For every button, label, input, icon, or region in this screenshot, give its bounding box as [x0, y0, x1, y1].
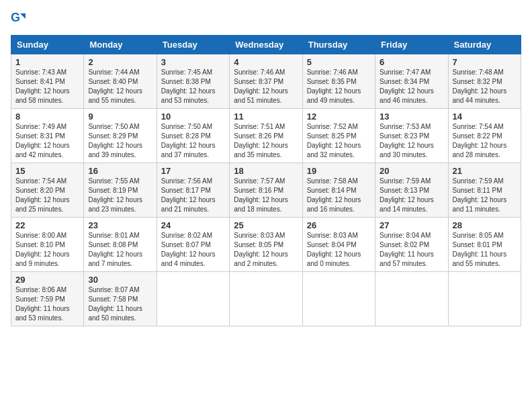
calendar-cell: 22 Sunrise: 8:00 AMSunset: 8:10 PMDaylig…: [11, 218, 84, 272]
day-number: 20: [380, 166, 443, 176]
calendar-cell: 15 Sunrise: 7:54 AMSunset: 8:20 PMDaylig…: [11, 163, 84, 218]
day-info: Sunrise: 7:44 AMSunset: 8:40 PMDaylight:…: [88, 68, 142, 104]
day-info: Sunrise: 7:58 AMSunset: 8:14 PMDaylight:…: [307, 177, 361, 213]
calendar-cell: 1 Sunrise: 7:43 AMSunset: 8:41 PMDayligh…: [11, 54, 84, 109]
day-number: 25: [234, 220, 298, 230]
calendar-cell: 21 Sunrise: 7:59 AMSunset: 8:11 PMDaylig…: [448, 163, 521, 218]
calendar-cell: 30 Sunrise: 8:07 AMSunset: 7:58 PMDaylig…: [84, 272, 157, 326]
calendar-cell: 7 Sunrise: 7:48 AMSunset: 8:32 PMDayligh…: [448, 54, 521, 109]
day-info: Sunrise: 7:48 AMSunset: 8:32 PMDaylight:…: [453, 68, 507, 104]
column-header-sunday: Sunday: [11, 36, 84, 54]
day-info: Sunrise: 8:01 AMSunset: 8:08 PMDaylight:…: [88, 232, 142, 267]
calendar-cell: [302, 272, 375, 326]
calendar-cell: 3 Sunrise: 7:45 AMSunset: 8:38 PMDayligh…: [157, 54, 229, 109]
day-info: Sunrise: 8:03 AMSunset: 8:04 PMDaylight:…: [307, 232, 361, 267]
header: G: [11, 11, 521, 28]
day-info: Sunrise: 7:54 AMSunset: 8:22 PMDaylight:…: [453, 123, 507, 158]
day-number: 17: [161, 166, 225, 176]
day-info: Sunrise: 8:07 AMSunset: 7:58 PMDaylight:…: [88, 286, 142, 322]
calendar-cell: 4 Sunrise: 7:46 AMSunset: 8:37 PMDayligh…: [230, 54, 302, 109]
calendar-cell: 27 Sunrise: 8:04 AMSunset: 8:02 PMDaylig…: [375, 218, 448, 272]
column-header-tuesday: Tuesday: [157, 36, 229, 54]
calendar-cell: 29 Sunrise: 8:06 AMSunset: 7:59 PMDaylig…: [11, 272, 84, 326]
day-info: Sunrise: 7:54 AMSunset: 8:20 PMDaylight:…: [15, 177, 70, 213]
day-number: 7: [453, 57, 517, 67]
calendar-cell: 12 Sunrise: 7:52 AMSunset: 8:25 PMDaylig…: [302, 109, 375, 163]
day-info: Sunrise: 7:50 AMSunset: 8:28 PMDaylight:…: [161, 123, 216, 158]
calendar-cell: 23 Sunrise: 8:01 AMSunset: 8:08 PMDaylig…: [84, 218, 157, 272]
logo: G: [11, 11, 27, 28]
calendar-cell: 25 Sunrise: 8:03 AMSunset: 8:05 PMDaylig…: [230, 218, 302, 272]
day-info: Sunrise: 7:46 AMSunset: 8:35 PMDaylight:…: [307, 68, 361, 104]
svg-text:G: G: [11, 11, 20, 24]
day-number: 27: [380, 220, 443, 230]
day-number: 19: [307, 166, 371, 176]
day-number: 3: [161, 57, 225, 67]
day-info: Sunrise: 8:04 AMSunset: 8:02 PMDaylight:…: [380, 232, 434, 267]
day-number: 8: [15, 111, 79, 122]
day-number: 11: [234, 111, 298, 122]
day-number: 5: [307, 57, 371, 67]
day-info: Sunrise: 8:05 AMSunset: 8:01 PMDaylight:…: [453, 232, 507, 267]
calendar-cell: 5 Sunrise: 7:46 AMSunset: 8:35 PMDayligh…: [302, 54, 375, 109]
day-number: 16: [88, 166, 152, 176]
day-number: 2: [88, 57, 152, 67]
day-number: 28: [453, 220, 517, 230]
day-number: 26: [307, 220, 371, 230]
calendar-cell: [375, 272, 448, 326]
column-header-monday: Monday: [84, 36, 157, 54]
day-info: Sunrise: 7:50 AMSunset: 8:29 PMDaylight:…: [88, 123, 142, 158]
day-info: Sunrise: 8:06 AMSunset: 7:59 PMDaylight:…: [15, 286, 70, 322]
day-number: 9: [88, 111, 152, 122]
day-info: Sunrise: 7:46 AMSunset: 8:37 PMDaylight:…: [234, 68, 288, 104]
week-row-3: 15 Sunrise: 7:54 AMSunset: 8:20 PMDaylig…: [11, 163, 521, 218]
day-number: 24: [161, 220, 225, 230]
calendar-cell: 20 Sunrise: 7:59 AMSunset: 8:13 PMDaylig…: [375, 163, 448, 218]
week-row-2: 8 Sunrise: 7:49 AMSunset: 8:31 PMDayligh…: [11, 109, 521, 163]
logo-block: G: [11, 11, 26, 28]
calendar-cell: 13 Sunrise: 7:53 AMSunset: 8:23 PMDaylig…: [375, 109, 448, 163]
week-row-5: 29 Sunrise: 8:06 AMSunset: 7:59 PMDaylig…: [11, 272, 521, 326]
calendar-cell: 8 Sunrise: 7:49 AMSunset: 8:31 PMDayligh…: [11, 109, 84, 163]
calendar-cell: 18 Sunrise: 7:57 AMSunset: 8:16 PMDaylig…: [230, 163, 302, 218]
calendar-cell: 6 Sunrise: 7:47 AMSunset: 8:34 PMDayligh…: [375, 54, 448, 109]
column-header-wednesday: Wednesday: [230, 36, 302, 54]
calendar-cell: 14 Sunrise: 7:54 AMSunset: 8:22 PMDaylig…: [448, 109, 521, 163]
calendar-header-row: SundayMondayTuesdayWednesdayThursdayFrid…: [11, 36, 521, 54]
column-header-saturday: Saturday: [448, 36, 521, 54]
day-info: Sunrise: 7:59 AMSunset: 8:11 PMDaylight:…: [453, 177, 507, 213]
day-info: Sunrise: 7:57 AMSunset: 8:16 PMDaylight:…: [234, 177, 288, 213]
day-number: 4: [234, 57, 298, 67]
day-info: Sunrise: 7:49 AMSunset: 8:31 PMDaylight:…: [15, 123, 70, 158]
svg-marker-1: [20, 13, 26, 19]
day-info: Sunrise: 7:56 AMSunset: 8:17 PMDaylight:…: [161, 177, 216, 213]
calendar-cell: 2 Sunrise: 7:44 AMSunset: 8:40 PMDayligh…: [84, 54, 157, 109]
day-number: 29: [15, 275, 79, 285]
calendar-cell: 16 Sunrise: 7:55 AMSunset: 8:19 PMDaylig…: [84, 163, 157, 218]
day-number: 18: [234, 166, 298, 176]
day-info: Sunrise: 7:53 AMSunset: 8:23 PMDaylight:…: [380, 123, 434, 158]
calendar-cell: 26 Sunrise: 8:03 AMSunset: 8:04 PMDaylig…: [302, 218, 375, 272]
day-number: 15: [15, 166, 79, 176]
day-number: 23: [88, 220, 152, 230]
calendar-cell: [157, 272, 229, 326]
day-info: Sunrise: 7:59 AMSunset: 8:13 PMDaylight:…: [380, 177, 434, 213]
calendar-cell: 28 Sunrise: 8:05 AMSunset: 8:01 PMDaylig…: [448, 218, 521, 272]
calendar-cell: 17 Sunrise: 7:56 AMSunset: 8:17 PMDaylig…: [157, 163, 229, 218]
day-info: Sunrise: 7:43 AMSunset: 8:41 PMDaylight:…: [15, 68, 70, 104]
calendar-cell: 10 Sunrise: 7:50 AMSunset: 8:28 PMDaylig…: [157, 109, 229, 163]
calendar-cell: [448, 272, 521, 326]
column-header-friday: Friday: [375, 36, 448, 54]
column-header-thursday: Thursday: [302, 36, 375, 54]
logo-icon: G: [11, 11, 26, 26]
calendar: SundayMondayTuesdayWednesdayThursdayFrid…: [11, 35, 521, 326]
day-number: 21: [453, 166, 517, 176]
day-info: Sunrise: 7:47 AMSunset: 8:34 PMDaylight:…: [380, 68, 434, 104]
day-info: Sunrise: 8:02 AMSunset: 8:07 PMDaylight:…: [161, 232, 216, 267]
day-number: 30: [88, 275, 152, 285]
day-info: Sunrise: 7:45 AMSunset: 8:38 PMDaylight:…: [161, 68, 216, 104]
week-row-1: 1 Sunrise: 7:43 AMSunset: 8:41 PMDayligh…: [11, 54, 521, 109]
day-info: Sunrise: 8:03 AMSunset: 8:05 PMDaylight:…: [234, 232, 288, 267]
day-info: Sunrise: 7:51 AMSunset: 8:26 PMDaylight:…: [234, 123, 288, 158]
day-number: 6: [380, 57, 443, 67]
